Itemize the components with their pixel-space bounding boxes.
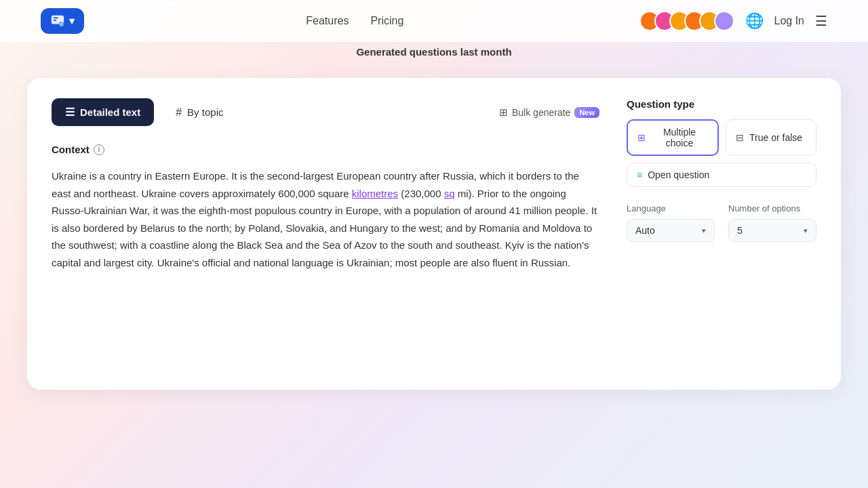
open-question-label: Open question [648,169,709,180]
main-card: ☰ Detailed text # By topic ⊞ Bulk genera… [27,78,841,390]
kilometres-link[interactable]: kilometres [352,188,398,199]
avatar-group [639,11,734,31]
by-topic-tab[interactable]: # By topic [162,99,237,126]
detailed-text-label: Detailed text [80,106,140,118]
logo-chevron: ▾ [69,15,75,27]
navbar: ? ▾ Features Pricing 🌐 Log In ☰ [0,0,868,42]
context-text-part2: (230,000 [398,188,444,199]
globe-button[interactable]: 🌐 [745,12,764,30]
right-panel: Question type ⊞ Multiple choice ⊟ True o… [627,98,816,369]
language-value: Auto [635,225,655,236]
multiple-choice-label: Multiple choice [651,127,708,148]
features-link[interactable]: Features [306,15,349,27]
options-setting: Number of options 5 ▾ [728,203,816,242]
type-row-1: ⊞ Multiple choice ⊟ True or false [627,119,816,156]
stats-label: Generated questions last month [356,46,511,58]
settings-row: Language Auto ▾ Number of options 5 ▾ [627,203,816,242]
context-label-text: Context [52,144,90,155]
true-false-label: True or false [749,132,802,143]
stats-row: Generated questions last month [0,42,868,78]
true-false-icon: ⊟ [736,132,744,143]
context-section-header: Context i [52,144,599,155]
hash-icon: # [176,106,182,119]
open-question-button[interactable]: ≡ Open question [627,163,816,187]
options-chevron-icon: ▾ [804,226,808,235]
multiple-choice-icon: ⊞ [637,132,646,143]
question-type-options: ⊞ Multiple choice ⊟ True or false ≡ Open… [627,119,816,187]
options-label: Number of options [728,203,816,214]
options-value: 5 [737,225,743,236]
logo-icon: ? [50,14,65,28]
lines-icon: ☰ [65,106,75,119]
logo-button[interactable]: ? ▾ [41,8,84,34]
detailed-text-tab[interactable]: ☰ Detailed text [52,98,154,126]
type-row-2: ≡ Open question [627,163,816,187]
language-label: Language [627,203,715,214]
by-topic-label: By topic [187,106,223,118]
question-type-heading: Question type [627,98,816,110]
language-setting: Language Auto ▾ [627,203,715,242]
language-chevron-icon: ▾ [702,226,706,235]
sq-link[interactable]: sq [444,188,455,199]
language-select[interactable]: Auto ▾ [627,219,715,242]
bulk-generate-button[interactable]: ⊞ Bulk generate New [499,106,599,119]
nav-right: 🌐 Log In ☰ [639,11,827,31]
bulk-generate-label: Bulk generate [512,107,570,118]
svg-rect-2 [54,20,57,21]
login-button[interactable]: Log In [774,15,804,27]
open-question-icon: ≡ [637,169,642,180]
multiple-choice-button[interactable]: ⊞ Multiple choice [627,119,719,156]
pricing-link[interactable]: Pricing [370,15,403,27]
bulk-icon: ⊞ [499,106,508,119]
options-select[interactable]: 5 ▾ [728,219,816,242]
avatar [714,11,734,31]
context-info-icon[interactable]: i [94,144,104,155]
tab-row: ☰ Detailed text # By topic ⊞ Bulk genera… [52,98,599,126]
menu-button[interactable]: ☰ [815,13,827,29]
svg-rect-1 [54,18,58,19]
nav-center: Features Pricing [306,15,403,27]
new-badge: New [574,107,599,118]
true-or-false-button[interactable]: ⊟ True or false [726,119,816,156]
context-text-part3: mi). Prior to the ongoing Russo-Ukrainia… [52,188,597,268]
left-panel: ☰ Detailed text # By topic ⊞ Bulk genera… [52,98,599,369]
context-text: Ukraine is a country in Eastern Europe. … [52,167,599,271]
